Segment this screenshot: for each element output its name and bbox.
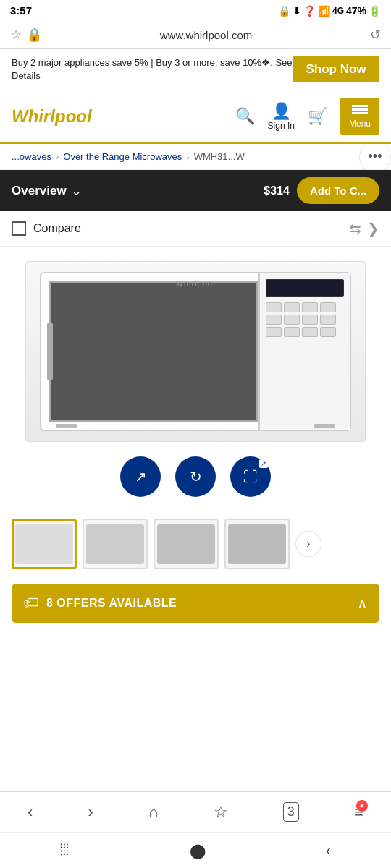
thumbnail-3[interactable] [154,519,219,569]
lock-icon: 🔒 [278,5,290,17]
breadcrumb-item-1[interactable]: Over the Range Microwaves [63,151,182,162]
notification-badge: ● [356,800,368,812]
more-dots-icon: ••• [369,149,382,164]
price-cart-section: $314 Add To C... [264,177,379,204]
breadcrumb-link-1[interactable]: Over the Range Microwaves [63,151,182,162]
thumbnail-4[interactable] [224,519,290,569]
menu-label: Menu [349,119,371,129]
compare-left: Compare [12,221,81,236]
compare-checkbox[interactable] [12,221,26,236]
brand-logo: Whirlpool [12,106,92,127]
reload-icon[interactable]: ↺ [370,27,381,43]
product-action-bar: Overview ⌄ $314 Add To C... [0,170,391,211]
ctrl-btn-8 [320,315,336,325]
microwave-body: Whirlpool [40,272,351,431]
thumbnail-1[interactable] [12,519,77,569]
compare-bar: Compare ⇆ ❯ [0,211,391,247]
status-time: 3:57 [10,4,32,17]
cart-nav-item[interactable]: 🛒 [308,107,327,126]
breadcrumb-bar: ...owaves › Over the Range Microwaves › … [0,144,391,170]
add-to-cart-button[interactable]: Add To C... [297,177,379,204]
menu-button[interactable]: Menu [340,98,379,135]
rotate-button[interactable]: ↻ [175,456,216,497]
wifi-icon: 📶 [318,5,330,17]
ctrl-btn-12 [320,327,336,337]
cart-icon: 🛒 [308,107,327,126]
thumbnails-row: › [0,511,391,584]
lock-icon: 🔒 [26,27,42,43]
ctrl-btn-1 [266,302,282,312]
nav-icons: 🔍 👤 Sign In 🛒 Menu [235,98,379,135]
question-icon: ❓ [303,5,316,17]
more-options-button[interactable]: ••• [359,144,391,170]
expand-button[interactable]: ↗ [120,456,161,497]
back-button[interactable]: ‹ [20,800,40,825]
compare-expand-icon: ❯ [367,220,379,237]
microwave-handle [47,323,53,380]
android-home-button[interactable]: ⬤ [190,842,206,859]
foot-right [314,424,335,428]
forward-icon: › [88,803,93,822]
overview-label: Overview [12,184,67,198]
thumb-inner-3 [157,524,215,564]
bottom-nav: ‹ › ⌂ ☆ 3 ≡ ● [0,791,391,832]
offers-banner[interactable]: 🏷 8 OFFERS AVAILABLE ∧ [12,584,379,623]
user-icon: 👤 [272,102,291,121]
thumb-inner-1 [15,524,73,564]
offers-chevron-icon: ∧ [357,595,368,612]
tag-icon: 🏷 [23,594,39,613]
star-icon[interactable]: ☆ [10,27,22,43]
sign-in-label: Sign In [268,121,295,131]
home-button[interactable]: ⌂ [141,800,165,825]
ctrl-btn-6 [284,315,300,325]
breadcrumb-sep-1: › [186,151,189,162]
promo-banner: Buy 2 major appliances save 5% | Buy 3 o… [0,49,391,90]
signal-icon: 4G [332,6,344,16]
compare-arrows-icon: ⇆ [349,220,361,237]
browser-url[interactable]: www.whirlpool.com [42,29,370,41]
breadcrumb-sep-0: › [56,151,59,162]
fullscreen-icon: ⛶ [243,469,258,485]
offers-text: 8 OFFERS AVAILABLE [46,597,177,610]
ctrl-btn-11 [302,327,318,337]
brand-name-rest: ol [76,106,91,126]
microwave-door [49,281,258,422]
bookmark-button[interactable]: ☆ [206,800,235,825]
search-nav-item[interactable]: 🔍 [235,107,255,126]
fullscreen-button[interactable]: ⛶ ↗ [230,456,271,497]
sign-in-nav-item[interactable]: 👤 Sign In [268,102,295,131]
browser-left: ☆ 🔒 [10,27,42,43]
thumbnails-next-button[interactable]: › [295,531,321,557]
nav-bar: Whirlpool 🔍 👤 Sign In 🛒 Menu [0,90,391,144]
tabs-icon: 3 [283,802,299,822]
brand-accent: o [66,106,77,126]
bookmark-icon: ☆ [214,803,228,822]
shop-now-button[interactable]: Shop Now [293,56,379,82]
ctrl-btn-2 [284,302,300,312]
status-icons: 🔒 ⬇ ❓ 📶 4G 47% 🔋 [278,5,381,17]
browser-menu-button[interactable]: ≡ ● [347,800,371,825]
overview-section: Overview ⌄ [12,183,82,199]
menu-lines-icon [352,103,368,116]
microwave-display [266,279,344,297]
android-nav: ⦙⦙⦙ ⬤ ‹ [0,832,391,868]
brand-name: Whirlp [12,106,66,126]
ctrl-btn-4 [320,302,336,312]
breadcrumb-item-0[interactable]: ...owaves [12,151,51,162]
home-icon: ⌂ [148,803,158,822]
android-recent-button[interactable]: ⦙⦙⦙ [60,842,69,859]
search-icon: 🔍 [235,107,255,126]
download-icon: ⬇ [293,5,301,17]
breadcrumb-link-0[interactable]: ...owaves [12,151,51,162]
thumbnail-2[interactable] [83,519,148,569]
ctrl-btn-7 [302,315,318,325]
ctrl-btn-10 [284,327,300,337]
status-bar: 3:57 🔒 ⬇ ❓ 📶 4G 47% 🔋 [0,0,391,21]
action-buttons-row: ↗ ↻ ⛶ ↗ [120,442,271,504]
chevron-down-icon[interactable]: ⌄ [71,183,82,199]
forward-button[interactable]: › [81,800,101,825]
offers-left: 🏷 8 OFFERS AVAILABLE [23,594,177,613]
microwave-controls [258,273,350,430]
tabs-button[interactable]: 3 [276,799,306,825]
android-back-button[interactable]: ‹ [326,842,331,859]
